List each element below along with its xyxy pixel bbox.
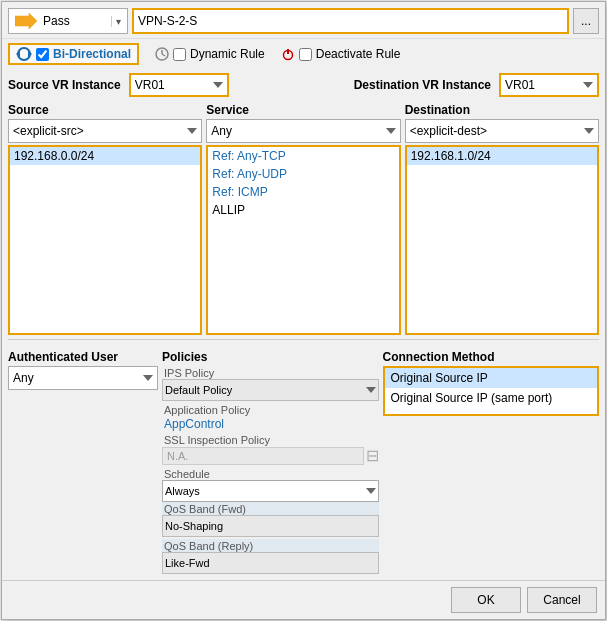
bottom-section: Authenticated User Any Policies IPS Poli…	[2, 344, 605, 580]
auth-select[interactable]: Any	[8, 366, 158, 390]
ok-button[interactable]: OK	[451, 587, 521, 613]
schedule-select[interactable]: Always	[162, 480, 379, 502]
source-column: Source <explicit-src> 192.168.0.0/24	[8, 101, 202, 335]
destination-listbox[interactable]: 192.168.1.0/24	[405, 145, 599, 335]
dialog: Pass ▾ ... Bi-Directional	[1, 1, 606, 620]
service-list-item-icmp[interactable]: Ref: ICMP	[208, 183, 398, 201]
connection-listbox[interactable]: Original Source IP Original Source IP (s…	[383, 366, 600, 416]
action-label: Pass	[43, 14, 105, 28]
conn-item-original-src-ip-same-port[interactable]: Original Source IP (same port)	[385, 388, 598, 408]
schedule-label: Schedule	[162, 467, 379, 480]
svg-line-5	[162, 54, 165, 56]
ssl-policy-disabled: N.A.	[162, 447, 364, 465]
dynamic-rule-checkbox[interactable]	[173, 48, 186, 61]
ips-policy-row: Default Policy	[162, 379, 379, 401]
destination-header: Destination	[405, 101, 599, 119]
auth-header: Authenticated User	[8, 348, 158, 366]
ssl-disabled-icon: ⊟	[366, 446, 379, 465]
connection-header: Connection Method	[383, 348, 600, 366]
qos-fwd-select[interactable]: No-Shaping	[162, 515, 379, 537]
ips-policy-select[interactable]: Default Policy	[162, 379, 379, 401]
deactivate-rule-option[interactable]: Deactivate Rule	[281, 47, 401, 61]
pass-arrow-icon	[15, 13, 37, 29]
action-chevron-icon: ▾	[111, 16, 121, 27]
app-policy-row: AppControl	[162, 416, 379, 431]
qos-reply-select[interactable]: Like-Fwd	[162, 552, 379, 574]
bidir-checkbox[interactable]	[36, 48, 49, 61]
qos-reply-label: QoS Band (Reply)	[162, 539, 379, 552]
source-vr-label: Source VR Instance	[8, 78, 121, 92]
qos-reply-row: Like-Fwd	[162, 552, 379, 574]
destination-type-select[interactable]: <explicit-dest>	[405, 119, 599, 143]
service-column: Service Any Ref: Any-TCP Ref: Any-UDP Re…	[206, 101, 400, 335]
cancel-button[interactable]: Cancel	[527, 587, 597, 613]
options-row: Bi-Directional Dynamic Rule Deactivate R…	[2, 38, 605, 69]
dots-button[interactable]: ...	[573, 8, 599, 34]
policies-header: Policies	[162, 348, 379, 366]
destination-list-item[interactable]: 192.168.1.0/24	[407, 147, 597, 165]
source-listbox[interactable]: 192.168.0.0/24	[8, 145, 202, 335]
source-type-select[interactable]: <explicit-src>	[8, 119, 202, 143]
bidir-label: Bi-Directional	[53, 47, 131, 61]
dest-vr-label: Destination VR Instance	[354, 78, 491, 92]
auth-column: Authenticated User Any	[8, 348, 158, 576]
service-list-item-tcp[interactable]: Ref: Any-TCP	[208, 147, 398, 165]
service-list-item-udp[interactable]: Ref: Any-UDP	[208, 165, 398, 183]
refresh-icon	[16, 47, 32, 61]
service-listbox[interactable]: Ref: Any-TCP Ref: Any-UDP Ref: ICMP ALLI…	[206, 145, 400, 335]
ips-policy-label: IPS Policy	[162, 366, 379, 379]
service-list-item-allip[interactable]: ALLIP	[208, 201, 398, 219]
source-vr-select[interactable]: VR01	[129, 73, 229, 97]
dialog-footer: OK Cancel	[2, 580, 605, 619]
qos-fwd-row: No-Shaping	[162, 515, 379, 537]
ssl-policy-label: SSL Inspection Policy	[162, 433, 379, 446]
columns-area: Source <explicit-src> 192.168.0.0/24 Ser…	[2, 101, 605, 335]
source-list-item[interactable]: 192.168.0.0/24	[10, 147, 200, 165]
top-row: Pass ▾ ...	[2, 2, 605, 38]
connection-column: Connection Method Original Source IP Ori…	[383, 348, 600, 576]
source-header: Source	[8, 101, 202, 119]
policies-column: Policies IPS Policy Default Policy Appli…	[162, 348, 379, 576]
vr-row: Source VR Instance VR01 Destination VR I…	[2, 69, 605, 101]
deactivate-rule-checkbox[interactable]	[299, 48, 312, 61]
dynamic-rule-option[interactable]: Dynamic Rule	[155, 47, 265, 61]
ssl-policy-row: N.A. ⊟	[162, 446, 379, 465]
destination-column: Destination <explicit-dest> 192.168.1.0/…	[405, 101, 599, 335]
app-policy-label: Application Policy	[162, 403, 379, 416]
service-type-select[interactable]: Any	[206, 119, 400, 143]
service-header: Service	[206, 101, 400, 119]
rule-name-input[interactable]	[132, 8, 569, 34]
svg-marker-0	[15, 13, 37, 29]
qos-fwd-label: QoS Band (Fwd)	[162, 502, 379, 515]
power-icon	[281, 47, 295, 61]
action-dropdown[interactable]: Pass ▾	[8, 8, 128, 34]
dynamic-rule-label: Dynamic Rule	[190, 47, 265, 61]
clock-icon	[155, 47, 169, 61]
deactivate-rule-label: Deactivate Rule	[316, 47, 401, 61]
dest-vr-select[interactable]: VR01	[499, 73, 599, 97]
conn-item-original-src-ip[interactable]: Original Source IP	[385, 368, 598, 388]
app-policy-link[interactable]: AppControl	[162, 416, 224, 431]
bidir-button[interactable]: Bi-Directional	[8, 43, 139, 65]
